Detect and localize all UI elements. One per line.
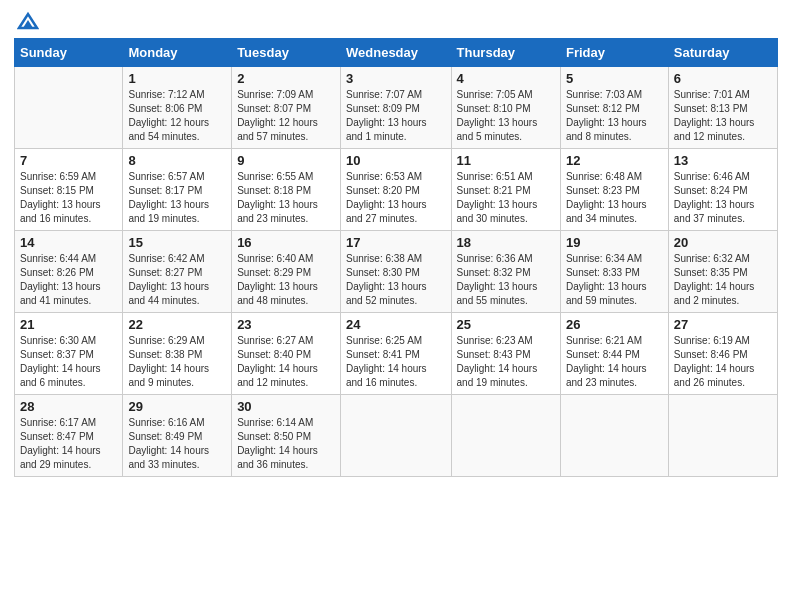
day-cell: 15Sunrise: 6:42 AM Sunset: 8:27 PM Dayli… [123, 231, 232, 313]
header [14, 10, 778, 32]
day-info: Sunrise: 6:25 AM Sunset: 8:41 PM Dayligh… [346, 334, 446, 390]
day-number: 7 [20, 153, 117, 168]
week-row-1: 1Sunrise: 7:12 AM Sunset: 8:06 PM Daylig… [15, 67, 778, 149]
day-number: 21 [20, 317, 117, 332]
day-info: Sunrise: 6:59 AM Sunset: 8:15 PM Dayligh… [20, 170, 117, 226]
week-row-2: 7Sunrise: 6:59 AM Sunset: 8:15 PM Daylig… [15, 149, 778, 231]
day-info: Sunrise: 6:36 AM Sunset: 8:32 PM Dayligh… [457, 252, 555, 308]
day-cell [668, 395, 777, 477]
day-info: Sunrise: 6:21 AM Sunset: 8:44 PM Dayligh… [566, 334, 663, 390]
day-cell: 2Sunrise: 7:09 AM Sunset: 8:07 PM Daylig… [232, 67, 341, 149]
week-row-4: 21Sunrise: 6:30 AM Sunset: 8:37 PM Dayli… [15, 313, 778, 395]
day-number: 18 [457, 235, 555, 250]
day-info: Sunrise: 6:48 AM Sunset: 8:23 PM Dayligh… [566, 170, 663, 226]
day-number: 29 [128, 399, 226, 414]
day-cell: 6Sunrise: 7:01 AM Sunset: 8:13 PM Daylig… [668, 67, 777, 149]
day-cell: 28Sunrise: 6:17 AM Sunset: 8:47 PM Dayli… [15, 395, 123, 477]
day-info: Sunrise: 6:38 AM Sunset: 8:30 PM Dayligh… [346, 252, 446, 308]
day-info: Sunrise: 6:42 AM Sunset: 8:27 PM Dayligh… [128, 252, 226, 308]
day-cell: 19Sunrise: 6:34 AM Sunset: 8:33 PM Dayli… [560, 231, 668, 313]
day-cell: 25Sunrise: 6:23 AM Sunset: 8:43 PM Dayli… [451, 313, 560, 395]
day-info: Sunrise: 7:12 AM Sunset: 8:06 PM Dayligh… [128, 88, 226, 144]
day-info: Sunrise: 7:09 AM Sunset: 8:07 PM Dayligh… [237, 88, 335, 144]
day-info: Sunrise: 6:27 AM Sunset: 8:40 PM Dayligh… [237, 334, 335, 390]
day-number: 3 [346, 71, 446, 86]
day-number: 12 [566, 153, 663, 168]
day-number: 28 [20, 399, 117, 414]
day-info: Sunrise: 7:05 AM Sunset: 8:10 PM Dayligh… [457, 88, 555, 144]
day-number: 20 [674, 235, 772, 250]
day-cell: 22Sunrise: 6:29 AM Sunset: 8:38 PM Dayli… [123, 313, 232, 395]
day-cell: 30Sunrise: 6:14 AM Sunset: 8:50 PM Dayli… [232, 395, 341, 477]
day-number: 8 [128, 153, 226, 168]
day-cell: 26Sunrise: 6:21 AM Sunset: 8:44 PM Dayli… [560, 313, 668, 395]
day-info: Sunrise: 6:32 AM Sunset: 8:35 PM Dayligh… [674, 252, 772, 308]
day-info: Sunrise: 6:44 AM Sunset: 8:26 PM Dayligh… [20, 252, 117, 308]
day-cell [451, 395, 560, 477]
day-cell [15, 67, 123, 149]
day-info: Sunrise: 6:16 AM Sunset: 8:49 PM Dayligh… [128, 416, 226, 472]
day-cell: 16Sunrise: 6:40 AM Sunset: 8:29 PM Dayli… [232, 231, 341, 313]
day-number: 17 [346, 235, 446, 250]
week-row-3: 14Sunrise: 6:44 AM Sunset: 8:26 PM Dayli… [15, 231, 778, 313]
day-info: Sunrise: 6:19 AM Sunset: 8:46 PM Dayligh… [674, 334, 772, 390]
day-cell: 9Sunrise: 6:55 AM Sunset: 8:18 PM Daylig… [232, 149, 341, 231]
day-number: 5 [566, 71, 663, 86]
day-number: 15 [128, 235, 226, 250]
day-cell: 7Sunrise: 6:59 AM Sunset: 8:15 PM Daylig… [15, 149, 123, 231]
day-info: Sunrise: 6:34 AM Sunset: 8:33 PM Dayligh… [566, 252, 663, 308]
day-cell: 11Sunrise: 6:51 AM Sunset: 8:21 PM Dayli… [451, 149, 560, 231]
day-number: 6 [674, 71, 772, 86]
day-info: Sunrise: 6:51 AM Sunset: 8:21 PM Dayligh… [457, 170, 555, 226]
day-number: 24 [346, 317, 446, 332]
page-container: SundayMondayTuesdayWednesdayThursdayFrid… [0, 0, 792, 487]
day-number: 10 [346, 153, 446, 168]
day-header-tuesday: Tuesday [232, 39, 341, 67]
day-cell: 3Sunrise: 7:07 AM Sunset: 8:09 PM Daylig… [341, 67, 452, 149]
day-number: 11 [457, 153, 555, 168]
day-cell: 10Sunrise: 6:53 AM Sunset: 8:20 PM Dayli… [341, 149, 452, 231]
day-number: 13 [674, 153, 772, 168]
day-info: Sunrise: 6:23 AM Sunset: 8:43 PM Dayligh… [457, 334, 555, 390]
day-cell: 17Sunrise: 6:38 AM Sunset: 8:30 PM Dayli… [341, 231, 452, 313]
day-cell: 1Sunrise: 7:12 AM Sunset: 8:06 PM Daylig… [123, 67, 232, 149]
day-cell: 23Sunrise: 6:27 AM Sunset: 8:40 PM Dayli… [232, 313, 341, 395]
day-cell: 24Sunrise: 6:25 AM Sunset: 8:41 PM Dayli… [341, 313, 452, 395]
day-number: 23 [237, 317, 335, 332]
day-cell: 8Sunrise: 6:57 AM Sunset: 8:17 PM Daylig… [123, 149, 232, 231]
day-cell: 5Sunrise: 7:03 AM Sunset: 8:12 PM Daylig… [560, 67, 668, 149]
day-cell: 12Sunrise: 6:48 AM Sunset: 8:23 PM Dayli… [560, 149, 668, 231]
logo-icon [17, 10, 39, 32]
day-header-thursday: Thursday [451, 39, 560, 67]
day-number: 26 [566, 317, 663, 332]
day-cell: 13Sunrise: 6:46 AM Sunset: 8:24 PM Dayli… [668, 149, 777, 231]
day-cell: 21Sunrise: 6:30 AM Sunset: 8:37 PM Dayli… [15, 313, 123, 395]
day-info: Sunrise: 6:57 AM Sunset: 8:17 PM Dayligh… [128, 170, 226, 226]
day-cell: 18Sunrise: 6:36 AM Sunset: 8:32 PM Dayli… [451, 231, 560, 313]
day-cell: 29Sunrise: 6:16 AM Sunset: 8:49 PM Dayli… [123, 395, 232, 477]
day-cell: 4Sunrise: 7:05 AM Sunset: 8:10 PM Daylig… [451, 67, 560, 149]
day-number: 14 [20, 235, 117, 250]
day-info: Sunrise: 7:07 AM Sunset: 8:09 PM Dayligh… [346, 88, 446, 144]
day-number: 9 [237, 153, 335, 168]
day-info: Sunrise: 6:17 AM Sunset: 8:47 PM Dayligh… [20, 416, 117, 472]
day-number: 1 [128, 71, 226, 86]
day-cell [341, 395, 452, 477]
day-number: 25 [457, 317, 555, 332]
day-header-sunday: Sunday [15, 39, 123, 67]
day-info: Sunrise: 6:53 AM Sunset: 8:20 PM Dayligh… [346, 170, 446, 226]
day-number: 16 [237, 235, 335, 250]
day-info: Sunrise: 7:01 AM Sunset: 8:13 PM Dayligh… [674, 88, 772, 144]
day-header-monday: Monday [123, 39, 232, 67]
logo [14, 10, 39, 32]
day-cell: 27Sunrise: 6:19 AM Sunset: 8:46 PM Dayli… [668, 313, 777, 395]
day-number: 2 [237, 71, 335, 86]
day-number: 22 [128, 317, 226, 332]
day-info: Sunrise: 6:55 AM Sunset: 8:18 PM Dayligh… [237, 170, 335, 226]
week-row-5: 28Sunrise: 6:17 AM Sunset: 8:47 PM Dayli… [15, 395, 778, 477]
calendar-table: SundayMondayTuesdayWednesdayThursdayFrid… [14, 38, 778, 477]
day-cell: 14Sunrise: 6:44 AM Sunset: 8:26 PM Dayli… [15, 231, 123, 313]
day-number: 19 [566, 235, 663, 250]
day-header-wednesday: Wednesday [341, 39, 452, 67]
header-row: SundayMondayTuesdayWednesdayThursdayFrid… [15, 39, 778, 67]
